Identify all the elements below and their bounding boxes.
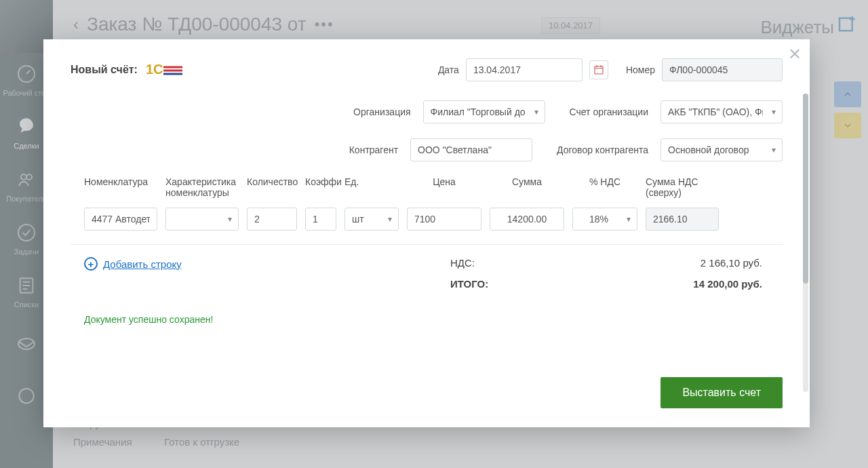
th-vat-pct: % НДС (572, 176, 637, 198)
grand-total-label: ИТОГО: (450, 278, 518, 290)
cell-characteristic[interactable] (165, 208, 239, 231)
th-nomenclature: Номенклатура (84, 176, 157, 198)
org-select[interactable]: Филиал "Торговый до (423, 100, 545, 123)
counterparty-label: Контрагент (349, 144, 398, 155)
totals: НДС: 2 166,10 руб. ИТОГО: 14 200,00 руб. (450, 257, 783, 299)
th-characteristic: Характеристика номенклатуры (165, 176, 239, 198)
contract-select[interactable]: Основной договор (660, 138, 783, 161)
th-qty: Количество (247, 176, 297, 198)
cell-sum[interactable] (490, 208, 564, 231)
org-account-label: Счет организации (570, 106, 648, 117)
logo-1c: 1C (146, 60, 184, 79)
vat-total-label: НДС: (450, 257, 518, 269)
svg-rect-9 (595, 66, 603, 74)
th-sum: Сумма (490, 176, 564, 198)
svg-text:1C: 1C (146, 62, 163, 77)
th-coef: Коэффи (305, 176, 336, 198)
cell-coef[interactable] (305, 208, 336, 231)
add-row-label: Добавить строку (103, 258, 182, 270)
cell-nomenclature[interactable] (84, 208, 157, 231)
invoice-modal: ✕ Новый счёт: 1C Дата (43, 39, 810, 427)
date-label: Дата (438, 64, 459, 75)
cell-vat-pct[interactable]: 18% (572, 208, 637, 231)
number-input (662, 58, 783, 81)
org-account-select[interactable]: АКБ "ТКПБ" (ОАО), Фи (660, 100, 783, 123)
grand-total-value: 14 200,00 руб. (667, 278, 762, 290)
submit-invoice-button[interactable]: Выставить счет (660, 377, 783, 408)
vat-total-value: 2 166,10 руб. (667, 257, 762, 269)
cell-vat-sum (646, 208, 719, 231)
modal-title: Новый счёт: (71, 64, 138, 76)
scrollbar[interactable] (803, 94, 808, 392)
success-message: Документ успешно сохранен! (84, 314, 783, 325)
cell-unit[interactable]: шт (344, 208, 399, 231)
calendar-icon[interactable] (589, 60, 608, 79)
date-input[interactable] (466, 58, 583, 81)
close-icon[interactable]: ✕ (788, 46, 802, 62)
th-unit: Ед. (344, 176, 399, 198)
cell-price[interactable] (407, 208, 481, 231)
th-price: Цена (407, 176, 481, 198)
number-label: Номер (626, 64, 655, 75)
contract-label: Договор контрагента (557, 144, 648, 155)
counterparty-input[interactable] (410, 138, 532, 161)
table-header: Номенклатура Характеристика номенклатуры… (71, 176, 783, 198)
plus-circle-icon: + (84, 257, 98, 271)
cell-qty[interactable] (247, 208, 297, 231)
th-vat-sum: Сумма НДС (сверху) (646, 176, 719, 198)
scrollbar-thumb[interactable] (803, 94, 808, 284)
add-row-button[interactable]: + Добавить строку (84, 257, 450, 271)
table-row: шт 18% (71, 208, 783, 245)
org-label: Организация (353, 106, 410, 117)
